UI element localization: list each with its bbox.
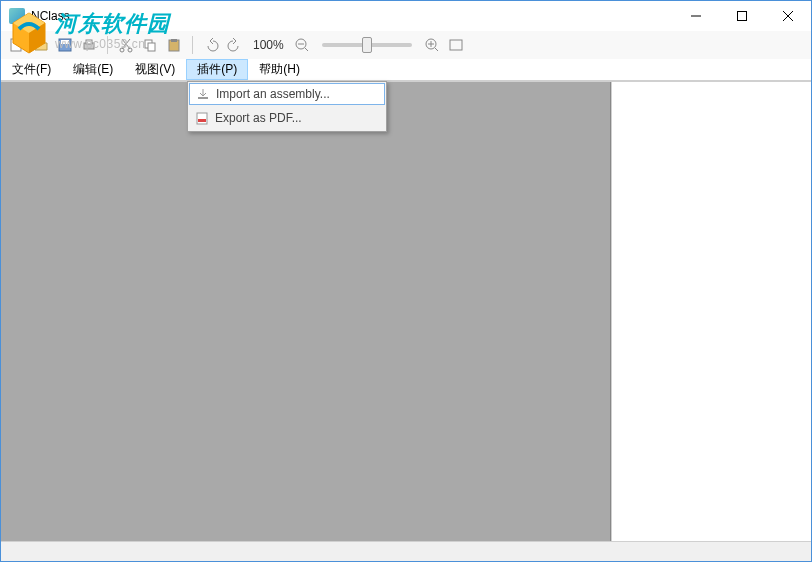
content-area bbox=[1, 81, 811, 541]
open-icon[interactable] bbox=[31, 35, 51, 55]
window-title: NClass bbox=[31, 9, 673, 23]
menu-plugins[interactable]: 插件(P) bbox=[186, 59, 248, 80]
zoom-slider-thumb[interactable] bbox=[362, 37, 372, 53]
svg-rect-12 bbox=[148, 43, 155, 51]
svg-rect-22 bbox=[450, 40, 462, 50]
svg-rect-14 bbox=[171, 39, 177, 42]
redo-icon[interactable] bbox=[225, 35, 245, 55]
minimize-button[interactable] bbox=[673, 1, 719, 31]
window-controls bbox=[673, 1, 811, 31]
toolbar-separator bbox=[192, 36, 193, 54]
app-icon bbox=[9, 8, 25, 24]
zoom-slider[interactable] bbox=[322, 43, 412, 47]
save-icon[interactable] bbox=[55, 35, 75, 55]
menu-file[interactable]: 文件(F) bbox=[1, 59, 62, 80]
menu-view[interactable]: 视图(V) bbox=[124, 59, 186, 80]
zoom-in-icon[interactable] bbox=[422, 35, 442, 55]
minimize-icon bbox=[691, 11, 701, 21]
menubar: 文件(F) 编辑(E) 视图(V) 插件(P) 帮助(H) bbox=[1, 59, 811, 81]
maximize-button[interactable] bbox=[719, 1, 765, 31]
menu-help[interactable]: 帮助(H) bbox=[248, 59, 311, 80]
svg-rect-23 bbox=[198, 97, 208, 99]
toolbar-separator bbox=[107, 36, 108, 54]
menu-item-import-assembly[interactable]: Import an assembly... bbox=[189, 83, 385, 105]
paste-icon[interactable] bbox=[164, 35, 184, 55]
menu-item-label: Import an assembly... bbox=[216, 87, 330, 101]
svg-rect-25 bbox=[198, 119, 206, 122]
new-icon[interactable] bbox=[7, 35, 27, 55]
svg-rect-24 bbox=[197, 113, 207, 124]
zoom-out-icon[interactable] bbox=[292, 35, 312, 55]
menu-item-label: Export as PDF... bbox=[215, 111, 302, 125]
toolbar: 100% bbox=[1, 31, 811, 59]
svg-rect-8 bbox=[86, 40, 92, 44]
menu-item-export-pdf[interactable]: Export as PDF... bbox=[189, 106, 385, 130]
close-button[interactable] bbox=[765, 1, 811, 31]
svg-line-19 bbox=[435, 48, 438, 51]
maximize-icon bbox=[737, 11, 747, 21]
zoom-level: 100% bbox=[253, 38, 284, 52]
svg-rect-6 bbox=[61, 40, 69, 44]
app-window: NClass 100% bbox=[0, 0, 812, 562]
plugins-dropdown: Import an assembly... Export as PDF... bbox=[187, 81, 387, 132]
svg-line-16 bbox=[305, 48, 308, 51]
fit-icon[interactable] bbox=[446, 35, 466, 55]
statusbar bbox=[1, 541, 811, 561]
copy-icon[interactable] bbox=[140, 35, 160, 55]
close-icon bbox=[783, 11, 793, 21]
cut-icon[interactable] bbox=[116, 35, 136, 55]
svg-rect-4 bbox=[11, 39, 21, 51]
side-panel bbox=[611, 82, 811, 541]
import-icon bbox=[190, 87, 216, 101]
pdf-icon bbox=[189, 111, 215, 125]
svg-rect-1 bbox=[738, 12, 747, 21]
print-icon[interactable] bbox=[79, 35, 99, 55]
menu-edit[interactable]: 编辑(E) bbox=[62, 59, 124, 80]
undo-icon[interactable] bbox=[201, 35, 221, 55]
diagram-canvas[interactable] bbox=[1, 82, 611, 541]
titlebar: NClass bbox=[1, 1, 811, 31]
